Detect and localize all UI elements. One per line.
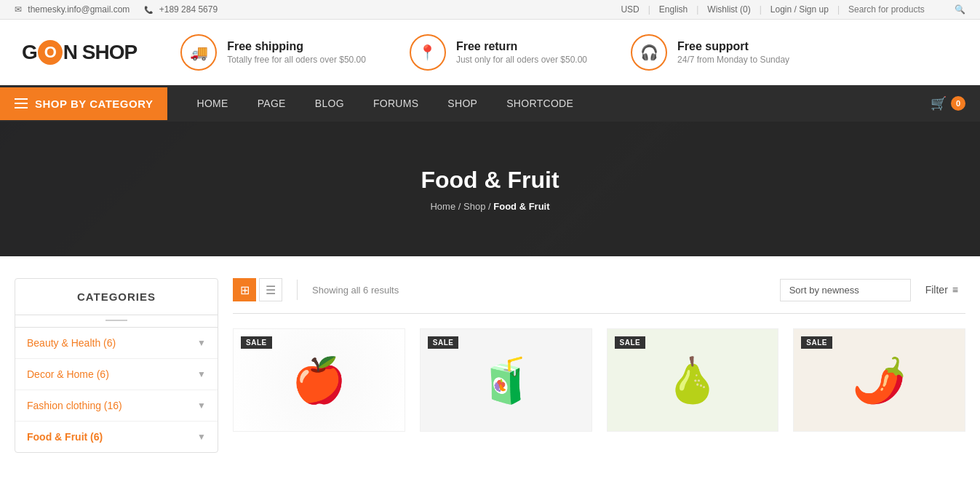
- list-view-btn[interactable]: ☰: [259, 278, 282, 301]
- return-icon: 📍: [410, 34, 446, 71]
- chevron-down-icon: ▼: [197, 400, 206, 411]
- product-card[interactable]: SALE 🍎: [233, 328, 405, 432]
- top-bar-right: USD | English | Wishlist (0) | Login / S…: [621, 4, 965, 15]
- sidebar-title: CATEGORIES: [15, 279, 218, 315]
- sidebar-item-decor[interactable]: Decor & Home (6) ▼: [15, 359, 218, 390]
- shipping-icon: 🚚: [180, 34, 217, 71]
- product-image: SALE 🧃: [421, 329, 591, 431]
- product-image: SALE 🌶️: [794, 329, 965, 431]
- breadcrumb-sep1: /: [458, 201, 463, 212]
- sidebar-item-fashion[interactable]: Fashion clothing (16) ▼: [15, 390, 218, 422]
- grid-view-btn[interactable]: ⊞: [233, 278, 256, 301]
- product-card[interactable]: SALE 🍐: [607, 328, 779, 432]
- product-image: SALE 🍐: [607, 329, 778, 431]
- feature-blocks: 🚚 Free shipping Totally free for all ode…: [180, 34, 958, 71]
- divider: |: [760, 4, 762, 15]
- login-link[interactable]: Login / Sign up: [770, 4, 829, 15]
- sale-badge: SALE: [428, 336, 459, 349]
- sale-badge: SALE: [801, 336, 832, 349]
- header: G O N SHOP 🚚 Free shipping Totally free …: [0, 20, 980, 85]
- products-toolbar: ⊞ ☰ Showing all 6 results Sort by newnes…: [233, 278, 965, 314]
- feature-support: 🎧 Free support 24/7 from Monday to Sunda…: [631, 34, 789, 71]
- nav-page[interactable]: PAGE: [243, 86, 300, 121]
- filter-icon: ≡: [952, 284, 958, 296]
- sidebar-item-food[interactable]: Food & Fruit (6) ▼: [15, 422, 218, 452]
- chevron-down-icon: ▼: [197, 338, 206, 348]
- hero-content: Food & Fruit Home / Shop / Food & Fruit: [421, 167, 559, 212]
- search-input[interactable]: [848, 4, 950, 15]
- feature-shipping-title: Free shipping: [227, 40, 366, 53]
- support-icon: 🎧: [631, 34, 667, 71]
- cart-btn[interactable]: 🛒 0: [916, 85, 980, 122]
- view-icons: ⊞ ☰: [233, 278, 282, 301]
- logo-post: N SHOP: [63, 41, 137, 64]
- feature-support-title: Free support: [677, 40, 789, 53]
- cart-icon: 🛒: [931, 95, 947, 111]
- divider: |: [837, 4, 840, 15]
- language-selector[interactable]: English: [659, 4, 688, 15]
- cart-count: 0: [951, 96, 965, 111]
- navbar: SHOP BY CATEGORY HOME PAGE BLOG FORUMS S…: [0, 85, 980, 122]
- search-wrap[interactable]: 🔍: [848, 4, 965, 15]
- product-image: SALE 🍎: [234, 329, 405, 431]
- sort-select[interactable]: Sort by newness: [780, 279, 911, 301]
- shop-by-category-btn[interactable]: SHOP BY CATEGORY: [0, 87, 167, 120]
- top-bar-left: themesky.info@gmail.com +189 284 5679: [15, 4, 621, 15]
- chevron-down-icon: ▼: [197, 369, 206, 379]
- phone-contact: +189 284 5679: [144, 4, 218, 15]
- main-content: CATEGORIES Beauty & Health (6) ▼ Decor &…: [0, 256, 980, 475]
- products-area: ⊞ ☰ Showing all 6 results Sort by newnes…: [233, 278, 965, 432]
- product-card[interactable]: SALE 🌶️: [793, 328, 965, 432]
- sidebar-divider: [105, 320, 127, 321]
- feature-support-desc: 24/7 from Monday to Sunday: [677, 55, 789, 65]
- shop-by-category-label: SHOP BY CATEGORY: [35, 98, 153, 110]
- breadcrumb: Home / Shop / Food & Fruit: [421, 201, 559, 212]
- divider: |: [696, 4, 698, 15]
- products-grid: SALE 🍎 SALE 🧃 SALE 🍐: [233, 328, 965, 432]
- sale-badge: SALE: [615, 336, 646, 349]
- feature-shipping: 🚚 Free shipping Totally free for all ode…: [180, 34, 366, 71]
- search-icon[interactable]: 🔍: [955, 4, 965, 15]
- currency-selector[interactable]: USD: [621, 4, 639, 15]
- chevron-down-icon: ▼: [197, 432, 206, 442]
- divider: |: [648, 4, 650, 15]
- sidebar: CATEGORIES Beauty & Health (6) ▼ Decor &…: [15, 278, 218, 453]
- sort-select-wrap: Sort by newness: [780, 279, 911, 301]
- nav-forums[interactable]: FORUMS: [359, 86, 433, 121]
- nav-links: HOME PAGE BLOG FORUMS SHOP SHORTCODE: [167, 86, 916, 121]
- sidebar-item-beauty[interactable]: Beauty & Health (6) ▼: [15, 328, 218, 359]
- phone-icon: [144, 4, 156, 15]
- product-card[interactable]: SALE 🧃: [420, 328, 592, 432]
- feature-return: 📍 Free return Just only for all oders ov…: [410, 34, 587, 71]
- feature-shipping-desc: Totally free for all oders over $50.00: [227, 55, 366, 65]
- breadcrumb-home[interactable]: Home: [430, 201, 455, 212]
- email-icon: [15, 4, 25, 15]
- sidebar-item-decor-label: Decor & Home (6): [27, 368, 109, 380]
- nav-blog[interactable]: BLOG: [300, 86, 359, 121]
- sidebar-item-fashion-label: Fashion clothing (16): [27, 400, 122, 411]
- filter-btn[interactable]: Filter ≡: [918, 280, 965, 300]
- feature-return-desc: Just only for all oders over $50.00: [456, 55, 587, 65]
- showing-results-text: Showing all 6 results: [312, 285, 773, 296]
- hero-banner: Food & Fruit Home / Shop / Food & Fruit: [0, 122, 980, 256]
- feature-shipping-text: Free shipping Totally free for all oders…: [227, 40, 366, 65]
- logo[interactable]: G O N SHOP: [22, 40, 137, 65]
- nav-home[interactable]: HOME: [182, 86, 242, 121]
- nav-shop[interactable]: SHOP: [433, 86, 492, 121]
- logo-pre: G: [22, 41, 37, 64]
- wishlist-link[interactable]: Wishlist (0): [707, 4, 750, 15]
- breadcrumb-shop[interactable]: Shop: [463, 201, 485, 212]
- logo-circle: O: [38, 40, 63, 65]
- hero-title: Food & Fruit: [421, 167, 559, 194]
- nav-shortcode[interactable]: SHORTCODE: [492, 86, 588, 121]
- sidebar-item-beauty-label: Beauty & Health (6): [27, 337, 116, 349]
- top-bar: themesky.info@gmail.com +189 284 5679 US…: [0, 0, 980, 20]
- email-contact: themesky.info@gmail.com: [15, 4, 130, 15]
- toolbar-divider: [297, 280, 298, 300]
- hamburger-icon: [15, 98, 28, 108]
- sidebar-item-food-label: Food & Fruit (6): [27, 431, 103, 443]
- feature-return-title: Free return: [456, 40, 587, 53]
- breadcrumb-current: Food & Fruit: [493, 201, 549, 212]
- feature-support-text: Free support 24/7 from Monday to Sunday: [677, 40, 789, 65]
- feature-return-text: Free return Just only for all oders over…: [456, 40, 587, 65]
